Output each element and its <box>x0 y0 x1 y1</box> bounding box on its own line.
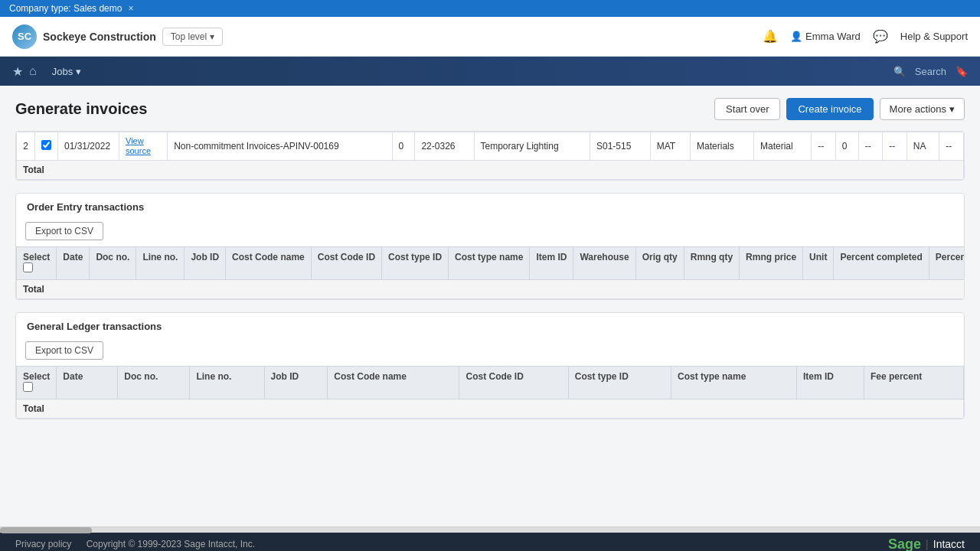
header: SC Sockeye Construction Top level ▾ 🔔 👤 … <box>0 17 980 57</box>
page-content: Generate invoices Start over Create invo… <box>0 86 980 527</box>
oe-col-lineno: Line no. <box>136 247 185 280</box>
page-header: Generate invoices Start over Create invo… <box>15 98 965 120</box>
footer-left: Privacy policy Copyright © 1999-2023 Sag… <box>15 539 255 549</box>
commitment-total-label: Total <box>17 161 964 180</box>
sage-intacct-brand: Sage | Intacct <box>888 536 965 552</box>
oe-select-all-checkbox[interactable] <box>23 262 33 272</box>
privacy-link[interactable]: Privacy policy <box>15 539 71 549</box>
oe-col-costcodename: Cost Code name <box>226 247 312 280</box>
oe-col-costcodeid: Cost Code ID <box>311 247 381 280</box>
order-entry-total-label: Total <box>17 280 965 299</box>
row-col0: 0 <box>392 132 415 161</box>
gl-col-feepercent: Fee percent <box>864 367 963 399</box>
user-area: 👤 Emma Ward <box>790 31 861 42</box>
commitment-table: 2 01/31/2022 Viewsource Non-commitment I… <box>16 132 964 180</box>
row-col1: 22-0326 <box>415 132 474 161</box>
order-entry-title: Order Entry transactions <box>16 194 964 217</box>
row-description: Non-commitment Invoices-APINV-00169 <box>168 132 392 161</box>
page-title: Generate invoices <box>15 100 147 118</box>
oe-col-costtypeid: Cost type ID <box>382 247 449 280</box>
oe-col-warehouse: Warehouse <box>573 247 635 280</box>
company-banner: Company type: Sales demo × <box>0 0 980 17</box>
nav-search[interactable]: 🔍 Search 🔖 <box>893 66 968 77</box>
gl-col-lineno: Line no. <box>190 367 264 399</box>
level-selector[interactable]: Top level ▾ <box>162 28 223 46</box>
gl-col-costcodeid: Cost Code ID <box>459 367 568 399</box>
order-entry-total-row: Total <box>17 280 965 299</box>
company-name: Sockeye Construction <box>43 31 156 43</box>
navbar: ★ ⌂ Jobs ▾ 🔍 Search 🔖 <box>0 57 980 86</box>
user-icon: 👤 <box>790 31 802 42</box>
order-entry-export-bar: Export to CSV <box>16 217 964 246</box>
row-checkbox[interactable] <box>35 132 58 161</box>
row-col10: -- <box>883 132 907 161</box>
home-icon[interactable]: ⌂ <box>29 64 37 78</box>
row-date: 01/31/2022 <box>58 132 119 161</box>
general-ledger-title: General Ledger transactions <box>16 313 964 337</box>
oe-col-costtypename: Cost type name <box>449 247 530 280</box>
gl-table: Select Date Doc no. Line no. Job ID Cost… <box>16 366 964 419</box>
oe-col-date: Date <box>57 247 90 280</box>
row-col7: -- <box>812 132 836 161</box>
oe-col-unit: Unit <box>803 247 834 280</box>
table-row: 2 01/31/2022 Viewsource Non-commitment I… <box>17 132 964 161</box>
gl-total-label: Total <box>17 399 964 419</box>
horizontal-scrollbar[interactable] <box>0 527 92 533</box>
view-source-cell[interactable]: Viewsource <box>119 132 168 161</box>
user-name: Emma Ward <box>805 31 861 42</box>
gl-total-row: Total <box>17 399 964 419</box>
start-over-button[interactable]: Start over <box>714 98 780 120</box>
sage-logo: Sage <box>888 536 921 552</box>
general-ledger-section: General Ledger transactions Export to CS… <box>15 312 965 419</box>
banner-text: Company type: Sales demo <box>9 3 122 14</box>
view-source-link[interactable]: Viewsource <box>126 136 161 156</box>
search-icon: 🔍 <box>893 66 906 77</box>
commitment-table-container: 2 01/31/2022 Viewsource Non-commitment I… <box>16 132 964 180</box>
star-icon[interactable]: ★ <box>12 64 23 79</box>
intacct-text: Intacct <box>933 538 965 550</box>
gl-table-container: Select Date Doc no. Line no. Job ID Cost… <box>16 366 964 419</box>
order-entry-section: Order Entry transactions Export to CSV S… <box>15 193 965 300</box>
commitment-total-row: Total <box>17 161 964 180</box>
order-entry-table: Select Date Doc no. Line no. Job ID Cost… <box>16 246 964 299</box>
logo-area: SC Sockeye Construction Top level ▾ <box>12 24 223 49</box>
nav-jobs[interactable]: Jobs ▾ <box>43 61 90 82</box>
scrollbar-area <box>0 527 980 533</box>
row-col6: Material <box>753 132 811 161</box>
gl-col-costtypename: Cost type name <box>671 367 797 399</box>
gl-col-jobid: Job ID <box>264 367 328 399</box>
row-col2: Temporary Lighting <box>474 132 590 161</box>
gl-col-date: Date <box>57 367 118 399</box>
row-col12: -- <box>939 132 964 161</box>
header-right: 🔔 👤 Emma Ward 💬 Help & Support <box>763 29 968 44</box>
gl-select-all-checkbox[interactable] <box>23 382 33 392</box>
bell-icon[interactable]: 🔔 <box>763 29 778 44</box>
order-entry-table-container: Select Date Doc no. Line no. Job ID Cost… <box>16 246 964 299</box>
row-col3: S01-515 <box>590 132 650 161</box>
row-col9: -- <box>858 132 883 161</box>
row-col4: MAT <box>650 132 690 161</box>
order-entry-export-btn[interactable]: Export to CSV <box>25 222 103 240</box>
copyright-text: Copyright © 1999-2023 Sage Intacct, Inc. <box>87 539 255 549</box>
row-number: 2 <box>17 132 35 161</box>
bookmark-icon[interactable]: 🔖 <box>956 66 968 77</box>
create-invoice-button[interactable]: Create invoice <box>786 98 873 120</box>
oe-col-rmngprice: Rmng price <box>740 247 803 280</box>
more-actions-button[interactable]: More actions ▾ <box>880 98 965 120</box>
banner-close[interactable]: × <box>128 3 133 14</box>
comment-icon[interactable]: 💬 <box>873 29 888 44</box>
order-entry-header-row: Select Date Doc no. Line no. Job ID Cost… <box>17 247 965 280</box>
footer-divider: | <box>926 538 929 550</box>
oe-col-jobid: Job ID <box>185 247 226 280</box>
gl-col-costtypeid: Cost type ID <box>568 367 671 399</box>
footer: Privacy policy Copyright © 1999-2023 Sag… <box>0 533 980 551</box>
gl-col-itemid: Item ID <box>796 367 864 399</box>
oe-col-docno: Doc no. <box>90 247 136 280</box>
oe-col-rmngqty: Rmng qty <box>684 247 739 280</box>
help-link[interactable]: Help & Support <box>900 31 968 42</box>
action-buttons: Start over Create invoice More actions ▾ <box>714 98 965 120</box>
row-col11: NA <box>906 132 939 161</box>
gl-col-select: Select <box>17 367 57 399</box>
gl-col-docno: Doc no. <box>118 367 190 399</box>
gl-export-btn[interactable]: Export to CSV <box>25 341 103 360</box>
